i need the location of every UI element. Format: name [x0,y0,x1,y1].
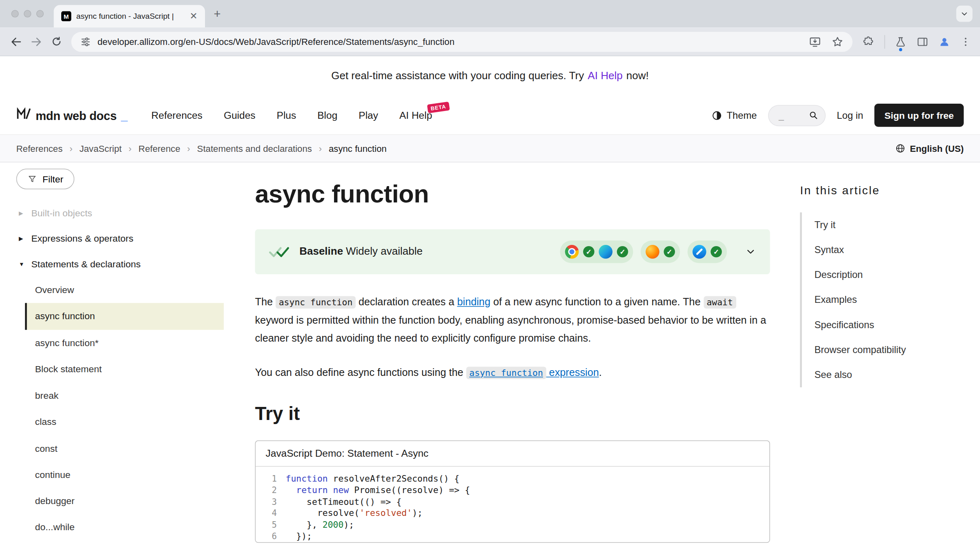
sidebar-item[interactable]: Overview [16,277,224,303]
menu-kebab-icon[interactable] [960,36,971,47]
extensions-puzzle-icon[interactable] [862,35,875,48]
nav-ai-help[interactable]: AI HelpBETA [399,110,432,121]
forward-icon[interactable] [26,31,46,51]
reload-icon[interactable] [46,31,66,51]
sidebar-item[interactable]: debugger [16,488,224,514]
language-label: English (US) [910,143,964,153]
ai-help-banner-link[interactable]: AI Help [588,70,622,82]
code-line: 5 }, 2000); [256,519,769,530]
mdn-favicon: M [61,11,71,21]
code-text[interactable]: return new Promise((resolve) => { [285,484,470,495]
nav-guides[interactable]: Guides [224,110,256,121]
nav-play[interactable]: Play [359,110,378,121]
line-number: 4 [256,507,277,519]
baseline-expand-chevron-icon[interactable] [745,246,756,258]
binding-link[interactable]: binding [457,296,490,308]
traffic-light-zoom[interactable] [36,10,44,17]
toc-item[interactable]: Description [802,262,964,287]
nav-plus[interactable]: Plus [277,110,296,121]
profile-avatar-icon[interactable] [938,35,951,48]
theme-toggle[interactable]: Theme [711,110,757,121]
language-switcher[interactable]: English (US) [895,143,964,154]
toc-item[interactable]: Examples [802,287,964,312]
theme-label: Theme [727,110,757,121]
site-info-icon[interactable] [80,36,91,47]
tab-search-chevron-icon[interactable] [956,6,973,22]
sidebar-section-built-in-objects[interactable]: ▶ Built-in objects [16,200,224,226]
back-icon[interactable] [6,31,26,51]
baseline-indicator[interactable]: Baseline Widely available ✓ ✓ ✓ [255,229,770,274]
beaker-icon[interactable] [894,35,907,48]
browser-tab[interactable]: M async function - JavaScript | ✕ [54,5,205,27]
chevron-right-icon: ▶ [19,210,25,216]
inline-code: async function [276,296,356,309]
nav-references[interactable]: References [151,110,203,121]
code-text[interactable]: function resolveAfter2Seconds() { [285,473,459,484]
breadcrumb-item[interactable]: JavaScript [79,143,122,153]
async-function-expression-link[interactable]: async function expression [466,367,599,378]
article: async function Baseline Widely available… [255,162,770,542]
tab-title: async function - JavaScript | [76,12,183,20]
url-text[interactable]: developer.allizom.org/en-US/docs/Web/Jav… [98,37,454,47]
breadcrumb-item[interactable]: async function [329,143,387,153]
section-label: Statements & declarations [31,259,141,269]
toc-item[interactable]: Browser compatibility [802,338,964,362]
sidebar-item[interactable]: continue [16,462,224,488]
sidebar-item-active[interactable]: async function [25,303,224,330]
browser-support-pills: ✓ ✓ ✓ ✓ [560,240,727,263]
toc-item[interactable]: Try it [802,212,964,237]
breadcrumb-item[interactable]: Statements and declarations [197,143,312,153]
globe-icon [895,143,906,154]
login-link[interactable]: Log in [837,110,863,121]
check-icon: ✓ [583,246,595,258]
sidebar-item[interactable]: class [16,409,224,435]
code-text[interactable]: resolve('resolved'); [285,507,422,519]
sidebar-section-expressions[interactable]: ▶ Expressions & operators [16,226,224,251]
line-number: 5 [256,519,277,530]
beta-badge: BETA [427,101,450,113]
code-text[interactable]: setTimeout(() => { [285,496,401,507]
breadcrumb-item[interactable]: References [16,143,63,153]
sidebar-item[interactable]: break [16,382,224,409]
signup-button[interactable]: Sign up for free [875,104,964,127]
side-panel-icon[interactable] [916,35,929,48]
code-text[interactable]: }); [285,530,312,542]
tab-strip: M async function - JavaScript | ✕ + [0,0,980,27]
breadcrumb-separator: › [187,143,190,153]
interactive-demo: JavaScript Demo: Statement - Async 1func… [255,440,770,542]
breadcrumb-item[interactable]: Reference [138,143,180,153]
toc-item[interactable]: Syntax [802,238,964,262]
edge-icon [599,245,612,259]
text-fragment: keyword is permitted within the function… [255,314,766,344]
sidebar-item[interactable]: do...while [16,514,224,541]
sidebar-section-statements[interactable]: ▼ Statements & declarations [16,251,224,277]
sidebar-item[interactable]: const [16,435,224,462]
url-bar[interactable]: developer.allizom.org/en-US/docs/Web/Jav… [71,31,852,51]
filter-label: Filter [42,174,63,184]
firefox-support-pill: ✓ [641,240,680,263]
traffic-light-close[interactable] [11,10,19,17]
text-fragment: of a new async function to a given name.… [490,296,704,308]
mdn-logo[interactable]: mdn web docs_ [16,107,128,123]
sidebar-item[interactable]: async function* [16,329,224,356]
toc-item[interactable]: Specifications [802,312,964,337]
install-icon[interactable] [809,35,822,48]
search-icon[interactable] [808,110,819,120]
sidebar-item[interactable]: Block statement [16,356,224,382]
filter-button[interactable]: Filter [16,169,75,189]
search-input[interactable]: _ [768,104,826,126]
banner-text-before: Get real-time assistance with your codin… [331,70,584,82]
nav-blog[interactable]: Blog [317,110,337,121]
toc-item[interactable]: See also [802,362,964,387]
ai-help-banner: Get real-time assistance with your codin… [0,56,980,96]
code-line: 6 }); [256,530,769,542]
demo-code-lines[interactable]: 1function resolveAfter2Seconds() {2 retu… [256,467,769,542]
traffic-light-minimize[interactable] [24,10,31,17]
section-label: Built-in objects [31,207,92,218]
code-text[interactable]: }, 2000); [285,519,354,530]
sidebar-item[interactable]: Empty statement [16,541,224,551]
tryit-heading: Try it [255,402,770,424]
tab-close-icon[interactable]: ✕ [188,11,198,22]
new-tab-button[interactable]: + [214,8,220,20]
bookmark-star-icon[interactable] [831,35,844,48]
